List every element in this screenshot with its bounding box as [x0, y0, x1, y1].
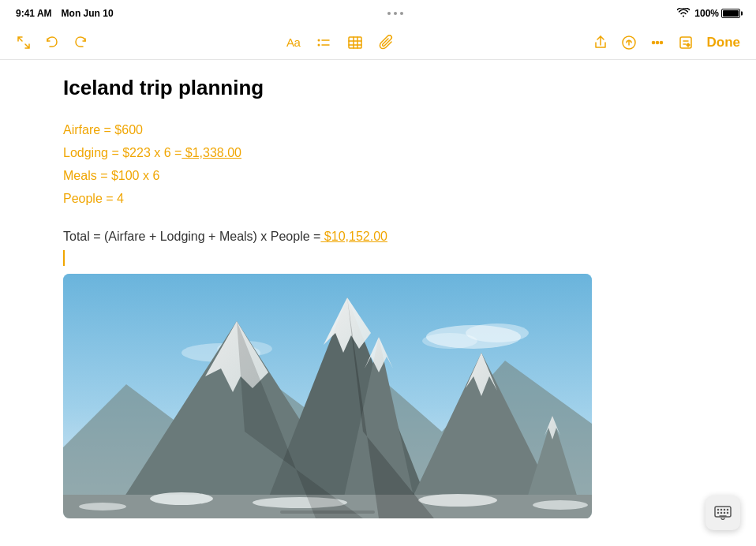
- people-line: People = 4: [63, 188, 709, 211]
- attachment-icon[interactable]: [379, 35, 395, 50]
- scroll-indicator: [280, 510, 375, 514]
- edit-note-icon[interactable]: [678, 35, 694, 50]
- keyboard-icon: [714, 506, 732, 520]
- people-text: = 4: [103, 192, 124, 205]
- svg-rect-14: [680, 37, 691, 48]
- svg-point-0: [318, 39, 320, 41]
- svg-point-13: [661, 41, 663, 43]
- keyboard-toggle-button[interactable]: [705, 496, 740, 530]
- wifi-icon: [677, 7, 690, 20]
- mountain-svg: [63, 274, 592, 518]
- note-body: Airfare = $600 Lodging = $223 x 6 = $1,3…: [63, 119, 709, 266]
- svg-point-35: [418, 494, 497, 507]
- text-cursor: [63, 250, 65, 266]
- status-time-date: 9:41 AM Mon Jun 10: [16, 8, 114, 19]
- cursor-line: [63, 250, 709, 266]
- status-indicators: 100%: [677, 7, 740, 20]
- lodging-result: $1,338.00: [182, 146, 241, 159]
- note-image: [63, 274, 592, 518]
- table-icon[interactable]: [347, 35, 363, 50]
- svg-point-12: [657, 41, 659, 43]
- status-dot-1: [387, 12, 391, 15]
- status-dot-2: [394, 12, 397, 15]
- done-button[interactable]: Done: [706, 35, 740, 50]
- note-title: Iceland trip planning: [63, 76, 709, 100]
- more-options-icon[interactable]: [649, 35, 665, 50]
- markup-icon[interactable]: [621, 35, 637, 50]
- lodging-line: Lodging = $223 x 6 = $1,338.00: [63, 142, 709, 165]
- svg-point-37: [533, 500, 588, 510]
- airfare-text: = $600: [100, 123, 143, 136]
- redo-icon[interactable]: [73, 35, 88, 50]
- lodging-label: Lodging: [63, 146, 108, 159]
- meals-label: Meals: [63, 169, 97, 182]
- date: Mon Jun 10: [62, 8, 114, 19]
- svg-point-1: [318, 43, 320, 46]
- lodging-text: = $223 x 6 =: [108, 146, 182, 159]
- battery-icon: [721, 9, 740, 18]
- meals-line: Meals = $100 x 6: [63, 165, 709, 188]
- undo-icon[interactable]: [44, 35, 60, 50]
- total-line: Total = (Airfare + Lodging + Meals) x Pe…: [63, 226, 709, 249]
- time: 9:41 AM: [16, 8, 52, 19]
- battery-indicator: 100%: [694, 8, 740, 19]
- lists-icon[interactable]: [316, 35, 331, 50]
- svg-rect-4: [349, 37, 361, 48]
- status-dot-3: [400, 12, 403, 15]
- svg-point-36: [79, 503, 126, 510]
- meals-text: = $100 x 6: [97, 169, 160, 182]
- total-label: Total = (Airfare + Lodging + Meals) x Pe…: [63, 230, 320, 243]
- svg-point-11: [653, 41, 655, 43]
- format-text-icon[interactable]: Aa: [286, 36, 300, 49]
- status-center: [387, 12, 403, 15]
- airfare-line: Airfare = $600: [63, 119, 709, 142]
- svg-point-33: [150, 492, 213, 505]
- collapse-icon[interactable]: [16, 35, 32, 50]
- svg-rect-40: [715, 507, 731, 517]
- battery-percent: 100%: [694, 8, 719, 19]
- toolbar-center: Aa: [286, 35, 395, 50]
- spacer: [63, 210, 709, 219]
- toolbar: Aa: [0, 25, 756, 60]
- toolbar-left: [16, 35, 88, 50]
- airfare-label: Airfare: [63, 123, 100, 136]
- share-icon[interactable]: [593, 35, 608, 50]
- people-label: People: [63, 192, 103, 205]
- svg-point-18: [422, 333, 477, 349]
- content-area: Iceland trip planning Airfare = $600 Lod…: [0, 60, 756, 546]
- status-bar: 9:41 AM Mon Jun 10 100%: [0, 0, 756, 25]
- toolbar-right: Done: [593, 35, 740, 50]
- total-result: $10,152.00: [320, 230, 387, 243]
